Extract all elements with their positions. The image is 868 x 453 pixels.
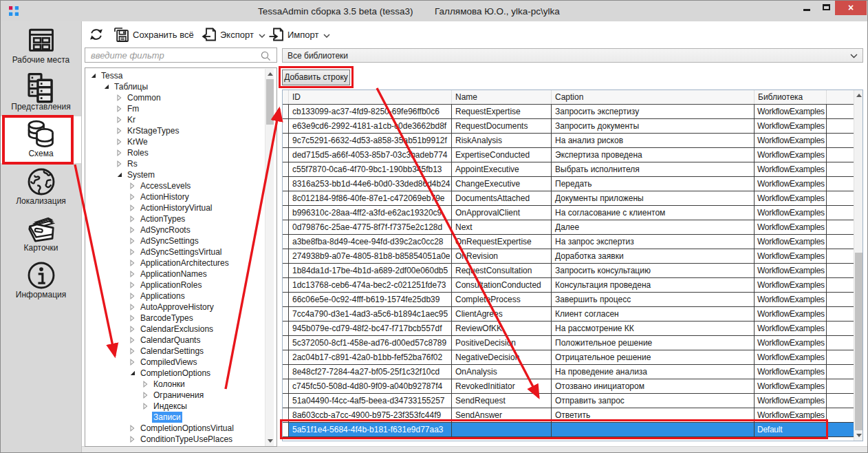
grid-row[interactable]: 0d79876c-25ae-4775-8f7f-f7375e2c128dNext…	[283, 220, 854, 235]
grid-row-header[interactable]	[283, 206, 289, 220]
grid-row[interactable]: b996310c-28aa-4ff2-a3fd-e62ac19320c9OnAp…	[283, 206, 854, 220]
export-button[interactable]: Экспорт	[201, 25, 265, 43]
cell-caption[interactable]: Положительное решение	[552, 336, 755, 350]
cell-caption[interactable]: На проведение анализа	[552, 365, 755, 379]
grid-row-header[interactable]	[283, 293, 289, 306]
cell-library[interactable]: WorkflowExamples	[755, 365, 827, 379]
grid-row[interactable]: 8a603ccb-a7cc-4900-b975-23f353fc44f9Send…	[283, 408, 854, 423]
tree-item-fm[interactable]: Fm	[85, 103, 264, 114]
tree-item-roles[interactable]: Roles	[85, 147, 264, 158]
grid-row-header[interactable]	[283, 394, 289, 408]
cell-caption[interactable]: Запросить документы	[552, 119, 755, 133]
tree-item-adsyncsettings[interactable]: AdSyncSettings	[85, 235, 264, 246]
grid-row-header[interactable]	[283, 423, 289, 436]
cell-name[interactable]: PositiveDecision	[452, 336, 552, 350]
cell-library[interactable]: WorkflowExamples	[755, 134, 827, 147]
column-header-name[interactable]: Name	[452, 90, 552, 104]
grid-row-header[interactable]	[283, 365, 289, 379]
sidebar-item-views[interactable]: Представления	[1, 70, 81, 116]
tree-scrollbar[interactable]	[265, 69, 274, 446]
cell-name[interactable]: RequestDocuments	[452, 119, 552, 133]
tree-item-записи[interactable]: Записи	[85, 412, 264, 423]
tree-expander-closed-icon[interactable]	[130, 238, 139, 244]
cell-id[interactable]: 66c06e5e-0c92-4fff-b619-1574fe25db39	[289, 293, 452, 306]
tree-item-adsyncroots[interactable]: AdSyncRoots	[85, 224, 264, 235]
cell-name[interactable]: RequestExpertise	[452, 105, 552, 118]
cell-library[interactable]: WorkflowExamples	[755, 278, 827, 292]
grid-row[interactable]: c745fc50-508d-4d80-9f09-a040b92787f4Revo…	[283, 379, 854, 394]
grid-row-header[interactable]	[283, 336, 289, 350]
tree-item-rs[interactable]: Rs	[85, 158, 264, 169]
tree-item-actionhistoryvirtual[interactable]: ActionHistoryVirtual	[85, 202, 264, 213]
tree-item-common[interactable]: Common	[85, 92, 264, 103]
grid-row-header[interactable]	[283, 379, 289, 393]
tree-expander-closed-icon[interactable]	[130, 425, 139, 432]
tree-item-колонки[interactable]: Колонки	[85, 379, 264, 390]
grid-row-header[interactable]	[283, 322, 289, 335]
column-header-id[interactable]: ID	[289, 90, 452, 104]
cell-library[interactable]: WorkflowExamples	[755, 162, 827, 176]
tree-scroll-up-icon[interactable]	[265, 69, 274, 79]
grid-row[interactable]: c55f7870-0ca6-4f70-9bc1-190bb345fb13Appo…	[283, 162, 854, 177]
tree-item-conditiontypes[interactable]: ConditionTypes	[85, 445, 264, 447]
cell-name[interactable]: ClientAgrees	[452, 307, 552, 321]
cell-library[interactable]: WorkflowExamples	[755, 350, 827, 364]
tree-item-tessa[interactable]: Tessa	[85, 70, 264, 81]
cell-id[interactable]: ded715d5-a66f-4053-85b7-03c3badeb774	[289, 148, 452, 162]
cell-library[interactable]: WorkflowExamples	[755, 264, 827, 277]
tree-expander-closed-icon[interactable]	[117, 160, 126, 167]
cell-id[interactable]: 5c372050-8cf1-458e-ad76-d00ed57c8789	[289, 336, 452, 350]
tree-item-applications[interactable]: Applications	[85, 291, 264, 302]
grid-row[interactable]: ded715d5-a66f-4053-85b7-03c3badeb774Expe…	[283, 148, 854, 162]
tree-expander-closed-icon[interactable]	[130, 193, 139, 200]
grid-scroll-down-icon[interactable]	[854, 430, 863, 441]
cell-library[interactable]: WorkflowExamples	[755, 336, 827, 350]
cell-caption[interactable]: Отправить запрос	[552, 394, 755, 408]
tree-item-completionoptionsvirtual[interactable]: CompletionOptionsVirtual	[85, 423, 264, 434]
minimize-button[interactable]	[796, 1, 817, 15]
tree-expander-closed-icon[interactable]	[117, 94, 126, 101]
cell-caption[interactable]: Отозвано инициатором	[552, 379, 755, 393]
cell-id[interactable]: c55f7870-0ca6-4f70-9bc1-190bb345fb13	[289, 162, 452, 176]
cell-library[interactable]: WorkflowExamples	[755, 408, 827, 422]
cell-caption[interactable]: На рассмотрение КК	[552, 322, 755, 335]
tree-item-calendarsettings[interactable]: CalendarSettings	[85, 346, 264, 357]
grid-row[interactable]: 8316a253-bb1d-44e6-b0d0-33ded86d4b24Chan…	[283, 177, 854, 191]
tree-expander-open-icon[interactable]	[104, 84, 113, 89]
tree-item-conditiontypeuseplaces[interactable]: ConditionTypeUsePlaces	[85, 434, 264, 445]
grid-row-header[interactable]	[283, 235, 289, 249]
tree-expander-open-icon[interactable]	[117, 172, 126, 178]
cell-library[interactable]: WorkflowExamples	[755, 235, 827, 249]
cell-library[interactable]: WorkflowExamples	[755, 249, 827, 263]
close-button[interactable]: ×	[835, 1, 867, 15]
tree-expander-closed-icon[interactable]	[130, 282, 139, 288]
grid-row[interactable]: 8e48cf27-7284-4a27-bf05-25f1c32f10cdOnAn…	[283, 365, 854, 379]
grid-row-header[interactable]	[283, 148, 289, 162]
tree-item-actionhistory[interactable]: ActionHistory	[85, 191, 264, 202]
cell-name[interactable]: OnRequestExpertise	[452, 235, 552, 249]
cell-caption[interactable]: Далее	[552, 220, 755, 234]
grid-row-header[interactable]	[283, 408, 289, 422]
cell-caption[interactable]: Выбрать исполнителя	[552, 162, 755, 176]
column-header-caption[interactable]: Caption	[552, 90, 755, 104]
sidebar-item-cards[interactable]: Карточки	[1, 211, 81, 257]
import-button[interactable]: Импорт	[268, 25, 330, 43]
cell-id[interactable]: 8c012184-9f86-40fe-87e1-c472069eb79e	[289, 191, 452, 205]
cell-name[interactable]: NegativeDecision	[452, 350, 552, 364]
cell-caption[interactable]: Консультация проведена	[552, 278, 755, 292]
cell-name[interactable]	[452, 423, 552, 436]
cell-caption[interactable]: На запрос экспертиз	[552, 235, 755, 249]
grid-row[interactable]: 9c7c5291-6632-4d53-a858-35ab51b9912fRisk…	[283, 134, 854, 148]
tree-item-autoapprovehistory[interactable]: AutoApproveHistory	[85, 302, 264, 313]
tree-item-индексы[interactable]: Индексы	[85, 401, 264, 412]
grid-row-header[interactable]	[283, 134, 289, 147]
cell-caption[interactable]: Доработка заявки	[552, 249, 755, 263]
cell-id[interactable]: 5a51f1e4-5684-4f4b-b181-f631e9d77aa3	[289, 423, 452, 436]
grid-scrollbar[interactable]	[854, 90, 862, 441]
tree-item-applicationnames[interactable]: ApplicationNames	[85, 268, 264, 280]
tree-expander-closed-icon[interactable]	[143, 403, 152, 410]
grid-row[interactable]: 1b84da1d-17be-4b1d-a689-2df00e060db5Requ…	[283, 264, 854, 278]
cell-id[interactable]: b996310c-28aa-4ff2-a3fd-e62ac19320c9	[289, 206, 452, 220]
cell-id[interactable]: 51a04490-f4cc-4af5-beea-d34733155257	[289, 394, 452, 408]
grid-row[interactable]: 274938b9-a07e-4805-81b8-b85854051a0eOnRe…	[283, 249, 854, 264]
